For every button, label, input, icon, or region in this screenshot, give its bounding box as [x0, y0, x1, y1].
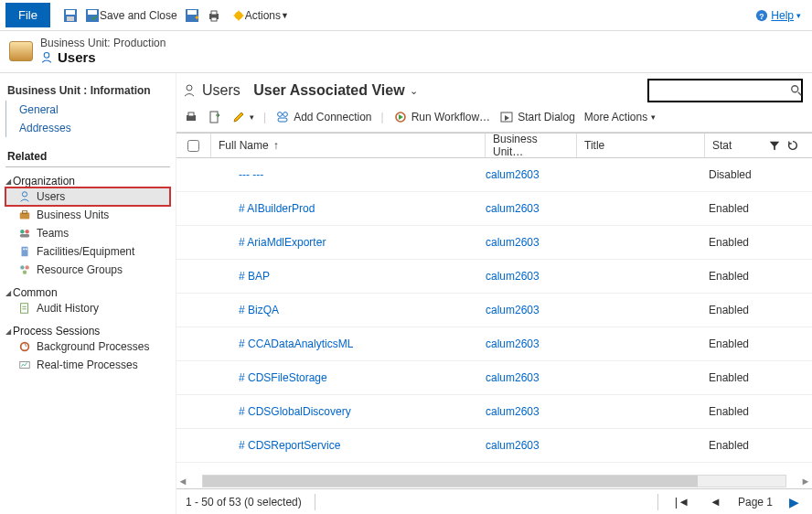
cell-full-name[interactable]: # BizQA	[211, 304, 486, 316]
page-title: Users	[58, 49, 96, 65]
cell-business-unit[interactable]: calum2603	[486, 337, 577, 350]
filter-icon[interactable]	[768, 139, 781, 152]
nav-general[interactable]: General	[5, 101, 170, 119]
cell-status: Enabled	[705, 304, 812, 316]
table-row[interactable]: # CDSGlobalDiscoverycalum2603Enabled	[176, 395, 812, 429]
nav-item-users[interactable]: Users	[5, 187, 170, 206]
svg-point-26	[23, 270, 27, 273]
file-tab[interactable]: File	[5, 3, 50, 27]
svg-rect-4	[88, 10, 97, 15]
cell-business-unit[interactable]: calum2603	[486, 304, 577, 316]
cell-full-name[interactable]: # CCADataAnalyticsML	[211, 337, 486, 350]
scroll-right-icon[interactable]: ►	[799, 475, 812, 487]
user-icon	[40, 51, 53, 64]
cell-business-unit[interactable]: calum2603	[486, 270, 577, 283]
svg-point-24	[20, 265, 24, 269]
cell-full-name[interactable]: # CDSGlobalDiscovery	[211, 405, 486, 418]
svg-rect-20	[20, 234, 30, 238]
cell-status: Enabled	[705, 439, 812, 452]
cell-full-name[interactable]: # BAP	[211, 270, 486, 283]
start-dialog-button[interactable]: Start Dialog	[499, 110, 575, 124]
cell-full-name[interactable]: # CDSReportService	[211, 439, 486, 452]
pager: 1 - 50 of 53 (0 selected) |◄ ◄ Page 1 ▶	[176, 488, 812, 514]
nav-item-business-units[interactable]: Business Units	[5, 206, 170, 224]
svg-rect-17	[22, 211, 27, 214]
pager-next-button[interactable]: ▶	[785, 495, 803, 509]
table-row[interactable]: # CDSReportServicecalum2603Enabled	[176, 429, 812, 463]
print-grid-icon[interactable]	[184, 110, 198, 124]
cell-full-name[interactable]: # CDSFileStorage	[211, 371, 486, 384]
nav-item-resource-groups[interactable]: Resource Groups	[5, 261, 170, 279]
nav-process-header[interactable]: ◢Process Sessions	[5, 325, 170, 337]
cell-full-name[interactable]: # AIBuilderProd	[211, 202, 486, 215]
scroll-track[interactable]	[202, 475, 786, 487]
actions-button[interactable]: Actions ▼	[229, 7, 293, 24]
search-box[interactable]	[647, 79, 803, 102]
table-row[interactable]: # BizQAcalum2603Enabled	[176, 294, 812, 327]
actions-label: Actions	[245, 9, 281, 22]
add-connection-button[interactable]: Add Connection	[275, 110, 371, 124]
svg-rect-2	[67, 16, 74, 21]
nav-item-facilities[interactable]: Facilities/Equipment	[5, 242, 170, 261]
grid-body: --- ---calum2603Disabled# AIBuilderProdc…	[176, 158, 812, 474]
cell-business-unit[interactable]: calum2603	[486, 371, 577, 384]
cell-business-unit[interactable]: calum2603	[486, 405, 577, 418]
cell-full-name[interactable]: # AriaMdlExporter	[211, 236, 486, 249]
column-status[interactable]: Stat	[705, 134, 812, 157]
save-icon[interactable]	[62, 7, 79, 24]
edit-icon[interactable]: ▾	[231, 110, 254, 124]
top-toolbar: File Save and Close ✦ Actions ▼ ? Help ▾	[0, 0, 812, 31]
realtime-icon	[18, 359, 31, 371]
nav-common-header[interactable]: ◢Common	[5, 286, 170, 299]
table-row[interactable]: # CCADataAnalyticsMLcalum2603Enabled	[176, 327, 812, 361]
cell-business-unit[interactable]: calum2603	[486, 202, 577, 215]
column-full-name[interactable]: Full Name ↑	[211, 134, 486, 157]
nav-item-background-processes[interactable]: Background Processes	[5, 337, 170, 356]
chevron-down-icon: ▾	[651, 112, 656, 122]
cell-full-name[interactable]: --- ---	[211, 168, 486, 181]
nav-organization-header[interactable]: ◢Organization	[5, 175, 170, 187]
save-and-close-button[interactable]: Save and Close	[81, 6, 181, 25]
nav-addresses[interactable]: Addresses	[5, 119, 170, 137]
nav-item-realtime-processes[interactable]: Real-time Processes	[5, 356, 170, 374]
cell-business-unit[interactable]: calum2603	[486, 236, 577, 249]
table-row[interactable]: # CDSFileStoragecalum2603Enabled	[176, 361, 812, 395]
view-name[interactable]: User Associated View	[253, 82, 404, 99]
breadcrumb: Business Unit: Production	[40, 37, 166, 49]
horizontal-scrollbar[interactable]: ◄ ►	[176, 474, 812, 488]
help-label: Help	[771, 9, 794, 22]
table-row[interactable]: # AriaMdlExportercalum2603Enabled	[176, 226, 812, 260]
run-workflow-button[interactable]: Run Workflow…	[393, 110, 490, 124]
chevron-down-icon[interactable]: ⌄	[410, 85, 418, 97]
help-link[interactable]: ? Help ▾	[755, 9, 801, 22]
building-icon	[18, 245, 31, 258]
process-icon	[18, 340, 31, 353]
search-input[interactable]	[653, 84, 790, 97]
table-row[interactable]: # BAPcalum2603Enabled	[176, 260, 812, 294]
nav-item-teams[interactable]: Teams	[5, 224, 170, 242]
pager-prev-button[interactable]: ◄	[706, 495, 725, 509]
cell-business-unit[interactable]: calum2603	[486, 439, 577, 452]
select-all-checkbox[interactable]	[187, 140, 199, 152]
column-title[interactable]: Title	[577, 134, 705, 157]
export-icon[interactable]	[208, 110, 222, 124]
more-actions-button[interactable]: More Actions ▾	[584, 111, 656, 123]
table-row[interactable]: --- ---calum2603Disabled	[176, 158, 812, 192]
caret-down-icon: ◢	[5, 289, 11, 297]
cell-status: Enabled	[705, 270, 812, 283]
chevron-down-icon: ▼	[281, 11, 289, 20]
view-header: Users User Associated View ⌄	[176, 73, 812, 106]
save-new-icon[interactable]: ✦	[184, 7, 200, 24]
scroll-left-icon[interactable]: ◄	[176, 475, 189, 487]
scroll-thumb[interactable]	[203, 476, 698, 487]
column-business-unit[interactable]: Business Unit…	[486, 134, 577, 157]
pager-first-button[interactable]: |◄	[671, 495, 693, 509]
print-icon[interactable]	[206, 7, 222, 24]
svg-point-25	[25, 265, 28, 269]
refresh-icon[interactable]	[786, 139, 799, 152]
content-area: Users User Associated View ⌄ ▾ | Add Con…	[176, 73, 812, 514]
nav-item-audit-history[interactable]: Audit History	[5, 299, 170, 317]
table-row[interactable]: # AIBuilderProdcalum2603Enabled	[176, 192, 812, 226]
cell-business-unit[interactable]: calum2603	[486, 168, 577, 181]
search-icon[interactable]	[790, 84, 803, 97]
